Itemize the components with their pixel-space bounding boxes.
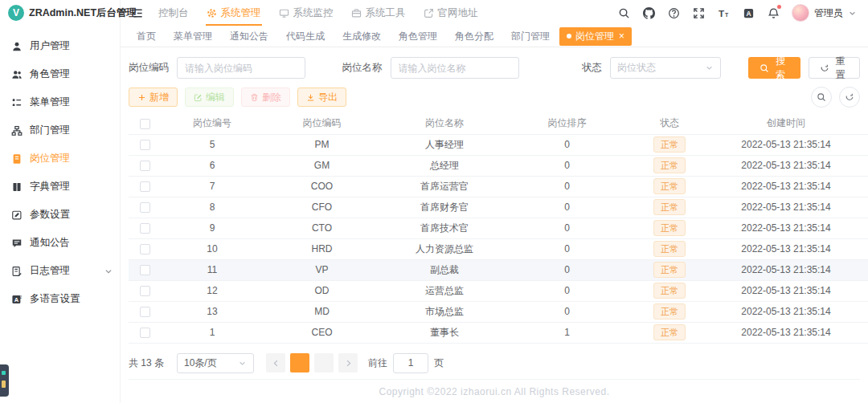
svg-text:T: T — [718, 7, 724, 18]
sidebar-item-i18n-settings[interactable]: A2 多语言设置 — [0, 285, 120, 313]
sidebar-item-post-mgmt[interactable]: 岗位管理 — [0, 145, 120, 173]
sidebar-item-label: 日志管理 — [30, 264, 70, 278]
cell-created-time: 2022-05-13 21:35:14 — [714, 238, 858, 259]
plus-icon — [137, 93, 146, 102]
table-row: 6 GM 总经理 0 正常 2022-05-13 21:35:14 编辑 删除 — [129, 155, 868, 176]
row-checkbox[interactable] — [140, 202, 150, 213]
cell-created-time: 2022-05-13 21:35:14 — [714, 322, 858, 343]
sidebar-item-user-mgmt[interactable]: 用户管理 — [0, 32, 120, 60]
topnav-item-label: 系统工具 — [366, 6, 406, 20]
toggle-search-button[interactable] — [811, 87, 832, 108]
prev-page-button[interactable] — [266, 353, 285, 372]
tab-role-mgmt[interactable]: 角色管理 — [391, 26, 445, 47]
sidebar-item-notice[interactable]: 通知公告 — [0, 229, 120, 257]
page-size-select[interactable]: 10条/页 — [177, 353, 254, 373]
topnav-site-link[interactable]: 官网地址 — [415, 0, 487, 26]
tab-menu-mgmt[interactable]: 菜单管理 — [166, 26, 220, 47]
row-checkbox[interactable] — [140, 286, 150, 296]
cell-post-id: 11 — [161, 259, 264, 280]
chevron-down-icon — [104, 267, 113, 276]
main-area: 控制台 系统管理 系统监控 系统工具 官网地址 TTA 管理员 首页 菜单管理 — [121, 0, 868, 403]
topnav-sys-mgmt[interactable]: 系统管理 — [198, 0, 270, 26]
sidebar-item-label: 参数设置 — [30, 208, 70, 222]
notification-dot — [777, 5, 781, 9]
pagination: 共 13 条 10条/页 前往 页 — [129, 353, 860, 373]
status-select[interactable]: 岗位状态 — [610, 57, 721, 79]
post-name-input[interactable] — [391, 57, 519, 79]
tab-code-gen[interactable]: 代码生成 — [278, 26, 333, 47]
app-root: V ZRAdmin.NET后台管理 用户管理 角色管理 菜单管理 部门管理 岗位… — [0, 0, 868, 403]
cell-post-code: MD — [264, 301, 380, 322]
sidebar-item-menu-mgmt[interactable]: 菜单管理 — [0, 88, 120, 116]
topnav-sys-tools[interactable]: 系统工具 — [342, 0, 415, 26]
user-menu[interactable]: 管理员 — [792, 4, 857, 22]
cell-post-name: 董事长 — [380, 322, 509, 343]
cell-post-sort: 0 — [509, 176, 625, 197]
tab-notice[interactable]: 通知公告 — [222, 26, 276, 47]
status-badge: 正常 — [653, 241, 686, 257]
row-checkbox[interactable] — [140, 223, 150, 234]
chevron-down-icon — [238, 359, 247, 368]
topnav-console[interactable]: 控制台 — [149, 0, 198, 26]
goto-page-input[interactable] — [393, 353, 428, 373]
floating-widget[interactable] — [0, 364, 9, 397]
top-navbar: 控制台 系统管理 系统监控 系统工具 官网地址 TTA 管理员 — [121, 0, 868, 26]
user-name: 管理员 — [814, 6, 843, 20]
tab-post-mgmt[interactable]: 岗位管理 × — [559, 27, 632, 46]
delete-button[interactable]: 删除 — [241, 88, 290, 107]
edit-button[interactable]: 编辑 — [185, 88, 234, 107]
tool-search[interactable] — [617, 6, 630, 19]
status-badge: 正常 — [653, 220, 686, 236]
row-checkbox[interactable] — [140, 161, 150, 171]
sidebar-item-role-mgmt[interactable]: 角色管理 — [0, 60, 120, 88]
tabs-bar: 首页 菜单管理 通知公告 代码生成 生成修改 角色管理 角色分配 部门管理 岗位… — [121, 26, 868, 47]
tab-role-assign[interactable]: 角色分配 — [447, 26, 502, 47]
refresh-table-button[interactable] — [839, 87, 860, 108]
sidebar-item-log-mgmt[interactable]: 日志管理 — [0, 257, 120, 285]
cell-post-id: 8 — [161, 197, 264, 218]
tool-font-size[interactable]: TT — [717, 6, 730, 19]
post-code-input[interactable] — [177, 57, 305, 79]
add-button[interactable]: 新增 — [129, 88, 178, 107]
cell-post-code: GM — [264, 155, 380, 176]
sidebar-item-label: 角色管理 — [30, 67, 70, 81]
next-page-button[interactable] — [338, 353, 358, 372]
sidebar-item-dict-mgmt[interactable]: 字典管理 — [0, 173, 120, 201]
topnav-sys-monitor[interactable]: 系统监控 — [270, 0, 342, 26]
tool-help[interactable] — [667, 6, 680, 19]
export-button[interactable]: 导出 — [297, 88, 346, 107]
external-icon — [424, 8, 434, 18]
cell-post-id: 9 — [161, 218, 264, 238]
cell-created-time: 2022-05-13 21:35:14 — [714, 301, 858, 322]
row-checkbox[interactable] — [140, 265, 150, 275]
page-number-button[interactable] — [314, 353, 334, 372]
row-checkbox[interactable] — [140, 328, 150, 338]
tool-github[interactable] — [642, 6, 655, 19]
page-number-button[interactable] — [290, 353, 309, 372]
status-badge: 正常 — [653, 178, 686, 194]
tab-dept-mgmt[interactable]: 部门管理 — [503, 26, 558, 47]
refresh-icon — [845, 92, 854, 102]
row-checkbox[interactable] — [140, 140, 150, 150]
sidebar-item-label: 用户管理 — [30, 39, 70, 53]
search-button[interactable]: 搜索 — [748, 57, 800, 79]
select-all-checkbox[interactable] — [140, 119, 150, 129]
sidebar-item-param-settings[interactable]: 参数设置 — [0, 201, 120, 229]
close-icon[interactable]: × — [619, 31, 624, 41]
row-checkbox[interactable] — [140, 181, 150, 192]
sidebar-item-dept-mgmt[interactable]: 部门管理 — [0, 116, 120, 145]
tool-language[interactable]: A — [742, 6, 755, 19]
row-checkbox[interactable] — [140, 307, 150, 317]
status-badge: 正常 — [653, 324, 686, 340]
tool-fullscreen[interactable] — [692, 6, 705, 19]
tab-gen-edit[interactable]: 生成修改 — [334, 26, 389, 47]
status-badge: 正常 — [653, 199, 686, 215]
reset-button[interactable]: 重置 — [809, 57, 860, 79]
cell-post-code: CEO — [264, 322, 380, 343]
tool-bell[interactable] — [767, 6, 780, 19]
edit-icon — [194, 93, 203, 102]
tab-home[interactable]: 首页 — [129, 26, 164, 47]
search-form: 岗位编码 岗位名称 状态 岗位状态 搜索 重置 — [129, 57, 860, 79]
row-checkbox[interactable] — [140, 244, 150, 254]
cell-post-name: 副总裁 — [380, 259, 509, 280]
